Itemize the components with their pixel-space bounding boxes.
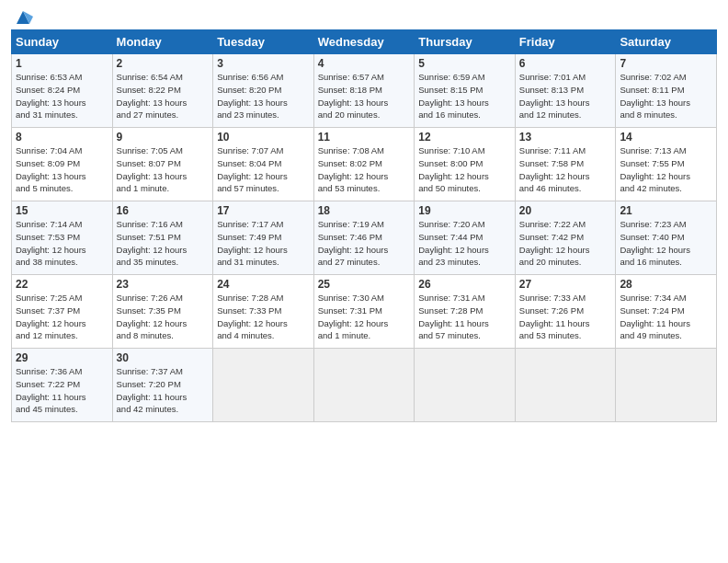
calendar-cell: 18Sunrise: 7:19 AM Sunset: 7:46 PM Dayli… xyxy=(313,201,415,275)
day-number: 10 xyxy=(217,131,310,144)
calendar-cell: 19Sunrise: 7:20 AM Sunset: 7:44 PM Dayli… xyxy=(415,201,516,275)
week-row-4: 22Sunrise: 7:25 AM Sunset: 7:37 PM Dayli… xyxy=(12,275,717,349)
calendar-cell xyxy=(213,349,314,422)
calendar-cell: 9Sunrise: 7:05 AM Sunset: 8:07 PM Daylig… xyxy=(112,128,213,201)
calendar-cell: 15Sunrise: 7:14 AM Sunset: 7:53 PM Dayli… xyxy=(12,201,113,275)
day-info: Sunrise: 7:19 AM Sunset: 7:46 PM Dayligh… xyxy=(318,218,411,269)
day-number: 27 xyxy=(519,278,612,291)
day-info: Sunrise: 6:59 AM Sunset: 8:15 PM Dayligh… xyxy=(418,71,511,121)
day-info: Sunrise: 7:33 AM Sunset: 7:26 PM Dayligh… xyxy=(519,292,612,342)
calendar-cell: 14Sunrise: 7:13 AM Sunset: 7:55 PM Dayli… xyxy=(616,128,717,201)
day-number: 21 xyxy=(620,204,712,217)
day-info: Sunrise: 6:57 AM Sunset: 8:18 PM Dayligh… xyxy=(318,71,411,121)
calendar-cell: 1Sunrise: 6:53 AM Sunset: 8:24 PM Daylig… xyxy=(12,54,113,128)
week-row-3: 15Sunrise: 7:14 AM Sunset: 7:53 PM Dayli… xyxy=(12,201,717,275)
day-info: Sunrise: 7:04 AM Sunset: 8:09 PM Dayligh… xyxy=(16,144,108,195)
calendar-cell: 2Sunrise: 6:54 AM Sunset: 8:22 PM Daylig… xyxy=(112,54,213,128)
day-info: Sunrise: 7:34 AM Sunset: 7:24 PM Dayligh… xyxy=(620,292,712,342)
day-info: Sunrise: 7:36 AM Sunset: 7:22 PM Dayligh… xyxy=(16,365,108,416)
day-number: 11 xyxy=(318,131,411,144)
calendar-cell: 12Sunrise: 7:10 AM Sunset: 8:00 PM Dayli… xyxy=(415,128,516,201)
day-number: 9 xyxy=(117,131,210,144)
calendar-table: SundayMondayTuesdayWednesdayThursdayFrid… xyxy=(11,29,717,422)
day-number: 12 xyxy=(418,131,511,144)
calendar-cell: 11Sunrise: 7:08 AM Sunset: 8:02 PM Dayli… xyxy=(313,128,415,201)
week-row-2: 8Sunrise: 7:04 AM Sunset: 8:09 PM Daylig… xyxy=(12,128,717,201)
day-number: 2 xyxy=(117,57,210,70)
calendar-cell: 16Sunrise: 7:16 AM Sunset: 7:51 PM Dayli… xyxy=(112,201,213,275)
weekday-header-row: SundayMondayTuesdayWednesdayThursdayFrid… xyxy=(12,30,717,54)
day-number: 30 xyxy=(117,351,210,364)
day-number: 17 xyxy=(217,204,310,217)
day-number: 24 xyxy=(217,278,310,291)
day-info: Sunrise: 7:10 AM Sunset: 8:00 PM Dayligh… xyxy=(418,144,511,195)
calendar-cell: 13Sunrise: 7:11 AM Sunset: 7:58 PM Dayli… xyxy=(515,128,616,201)
day-info: Sunrise: 7:28 AM Sunset: 7:33 PM Dayligh… xyxy=(217,292,310,342)
day-number: 28 xyxy=(620,278,712,291)
day-info: Sunrise: 6:53 AM Sunset: 8:24 PM Dayligh… xyxy=(16,71,108,121)
day-number: 14 xyxy=(620,131,712,144)
calendar-cell: 20Sunrise: 7:22 AM Sunset: 7:42 PM Dayli… xyxy=(515,201,616,275)
day-info: Sunrise: 6:56 AM Sunset: 8:20 PM Dayligh… xyxy=(217,71,310,121)
week-row-1: 1Sunrise: 6:53 AM Sunset: 8:24 PM Daylig… xyxy=(12,54,717,128)
day-info: Sunrise: 7:08 AM Sunset: 8:02 PM Dayligh… xyxy=(318,144,411,195)
calendar-cell: 23Sunrise: 7:26 AM Sunset: 7:35 PM Dayli… xyxy=(112,275,213,349)
day-number: 15 xyxy=(16,204,108,217)
calendar-cell: 29Sunrise: 7:36 AM Sunset: 7:22 PM Dayli… xyxy=(12,349,113,422)
day-info: Sunrise: 7:16 AM Sunset: 7:51 PM Dayligh… xyxy=(117,218,210,269)
calendar-cell: 3Sunrise: 6:56 AM Sunset: 8:20 PM Daylig… xyxy=(213,54,314,128)
weekday-header-monday: Monday xyxy=(112,30,213,54)
calendar-cell xyxy=(313,349,415,422)
calendar-cell: 22Sunrise: 7:25 AM Sunset: 7:37 PM Dayli… xyxy=(12,275,113,349)
calendar-cell: 27Sunrise: 7:33 AM Sunset: 7:26 PM Dayli… xyxy=(515,275,616,349)
calendar-cell: 10Sunrise: 7:07 AM Sunset: 8:04 PM Dayli… xyxy=(213,128,314,201)
weekday-header-saturday: Saturday xyxy=(616,30,717,54)
day-info: Sunrise: 7:02 AM Sunset: 8:11 PM Dayligh… xyxy=(620,71,712,121)
logo xyxy=(11,9,33,24)
calendar-cell: 7Sunrise: 7:02 AM Sunset: 8:11 PM Daylig… xyxy=(616,54,717,128)
calendar-cell: 24Sunrise: 7:28 AM Sunset: 7:33 PM Dayli… xyxy=(213,275,314,349)
day-number: 16 xyxy=(117,204,210,217)
calendar-cell xyxy=(415,349,516,422)
day-number: 22 xyxy=(16,278,108,291)
day-info: Sunrise: 7:13 AM Sunset: 7:55 PM Dayligh… xyxy=(620,144,712,195)
day-info: Sunrise: 7:31 AM Sunset: 7:28 PM Dayligh… xyxy=(418,292,511,342)
day-number: 3 xyxy=(217,57,310,70)
calendar-cell: 17Sunrise: 7:17 AM Sunset: 7:49 PM Dayli… xyxy=(213,201,314,275)
weekday-header-tuesday: Tuesday xyxy=(213,30,314,54)
day-info: Sunrise: 7:01 AM Sunset: 8:13 PM Dayligh… xyxy=(519,71,612,121)
day-info: Sunrise: 7:30 AM Sunset: 7:31 PM Dayligh… xyxy=(318,292,411,342)
day-number: 29 xyxy=(16,351,108,364)
day-number: 19 xyxy=(418,204,511,217)
day-number: 20 xyxy=(519,204,612,217)
day-info: Sunrise: 7:25 AM Sunset: 7:37 PM Dayligh… xyxy=(16,292,108,342)
day-info: Sunrise: 7:11 AM Sunset: 7:58 PM Dayligh… xyxy=(519,144,612,195)
calendar-cell: 6Sunrise: 7:01 AM Sunset: 8:13 PM Daylig… xyxy=(515,54,616,128)
day-info: Sunrise: 7:07 AM Sunset: 8:04 PM Dayligh… xyxy=(217,144,310,195)
day-number: 7 xyxy=(620,57,712,70)
calendar-cell: 26Sunrise: 7:31 AM Sunset: 7:28 PM Dayli… xyxy=(415,275,516,349)
day-number: 5 xyxy=(418,57,511,70)
week-row-5: 29Sunrise: 7:36 AM Sunset: 7:22 PM Dayli… xyxy=(12,349,717,422)
weekday-header-friday: Friday xyxy=(515,30,616,54)
day-number: 6 xyxy=(519,57,612,70)
logo-icon xyxy=(13,7,33,28)
calendar-cell xyxy=(616,349,717,422)
day-info: Sunrise: 7:23 AM Sunset: 7:40 PM Dayligh… xyxy=(620,218,712,269)
calendar-cell: 28Sunrise: 7:34 AM Sunset: 7:24 PM Dayli… xyxy=(616,275,717,349)
page-container: SundayMondayTuesdayWednesdayThursdayFrid… xyxy=(0,0,728,430)
day-number: 18 xyxy=(318,204,411,217)
day-info: Sunrise: 7:22 AM Sunset: 7:42 PM Dayligh… xyxy=(519,218,612,269)
day-number: 13 xyxy=(519,131,612,144)
calendar-cell: 4Sunrise: 6:57 AM Sunset: 8:18 PM Daylig… xyxy=(313,54,415,128)
day-info: Sunrise: 7:17 AM Sunset: 7:49 PM Dayligh… xyxy=(217,218,310,269)
calendar-cell: 8Sunrise: 7:04 AM Sunset: 8:09 PM Daylig… xyxy=(12,128,113,201)
day-number: 4 xyxy=(318,57,411,70)
header xyxy=(11,9,717,24)
day-number: 25 xyxy=(318,278,411,291)
day-info: Sunrise: 7:20 AM Sunset: 7:44 PM Dayligh… xyxy=(418,218,511,269)
weekday-header-sunday: Sunday xyxy=(12,30,113,54)
calendar-cell: 30Sunrise: 7:37 AM Sunset: 7:20 PM Dayli… xyxy=(112,349,213,422)
day-info: Sunrise: 7:26 AM Sunset: 7:35 PM Dayligh… xyxy=(117,292,210,342)
day-info: Sunrise: 7:05 AM Sunset: 8:07 PM Dayligh… xyxy=(117,144,210,195)
